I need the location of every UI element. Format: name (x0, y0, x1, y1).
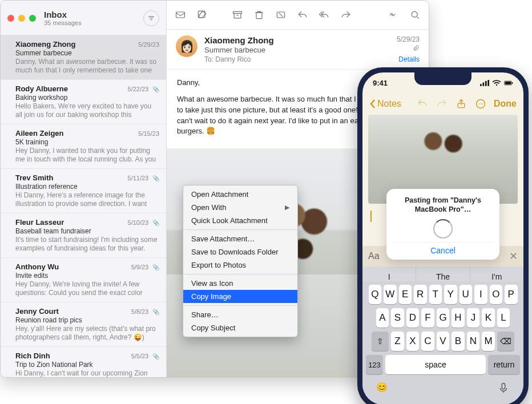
close-window-icon[interactable] (7, 15, 14, 22)
key-f[interactable]: F (421, 308, 434, 328)
key-x[interactable]: X (406, 332, 420, 351)
forward-icon[interactable] (340, 9, 352, 21)
dictation-icon[interactable] (497, 382, 510, 394)
key-d[interactable]: D (406, 308, 420, 328)
key-v[interactable]: V (437, 332, 450, 351)
context-item[interactable]: View as Icon (183, 277, 297, 290)
message-row[interactable]: Rich Dinh5/5/23 📎Trip to Zion National P… (1, 347, 166, 377)
key-l[interactable]: L (497, 308, 510, 328)
context-item[interactable]: Open Attachment (183, 188, 297, 201)
window-controls[interactable] (7, 15, 36, 22)
key-e[interactable]: E (399, 285, 412, 304)
key-i[interactable]: I (474, 285, 487, 304)
message-list[interactable]: Xiaomeng Zhong5/29/23Summer barbecueDann… (1, 35, 166, 377)
context-item[interactable]: Copy Image (183, 290, 297, 303)
key-shift[interactable]: ⇧ (372, 332, 389, 351)
status-time: 9:41 (373, 79, 388, 87)
svg-point-18 (496, 84, 497, 85)
iphone-device: 9:41 Notes Done Pasting from "Danny's Ma… (357, 67, 529, 404)
message-row[interactable]: Jenny Court5/8/23 📎Reunion road trip pic… (1, 302, 166, 347)
message-row[interactable]: Xiaomeng Zhong5/29/23Summer barbecueDann… (1, 35, 166, 80)
key-a[interactable]: A (376, 308, 389, 328)
reply-all-icon[interactable] (319, 9, 330, 21)
key-n[interactable]: N (467, 332, 480, 351)
context-item[interactable]: Quick Look Attachment (183, 214, 297, 227)
key-k[interactable]: K (482, 308, 495, 328)
header-subject: Summer barbecue (204, 46, 390, 54)
junk-icon[interactable] (275, 9, 287, 21)
paste-cancel-button[interactable]: Cancel (392, 242, 494, 255)
key-q[interactable]: Q (369, 285, 382, 304)
more-circle-icon[interactable] (474, 98, 487, 110)
details-link[interactable]: Details (397, 55, 420, 63)
trash-icon[interactable] (253, 9, 265, 21)
key-t[interactable]: T (429, 285, 442, 304)
svg-rect-20 (505, 82, 511, 84)
key-return[interactable]: return (488, 355, 520, 374)
zoom-window-icon[interactable] (29, 15, 36, 22)
message-row[interactable]: Aileen Zeigen5/15/235K trainingHey Danny… (1, 124, 166, 169)
key-space[interactable]: space (385, 355, 486, 374)
reply-icon[interactable] (297, 9, 308, 21)
header-to: To: Danny Rico (204, 55, 390, 63)
message-row[interactable]: Fleur Lasseur5/10/23 📎Baseball team fund… (1, 213, 166, 258)
key-b[interactable]: B (452, 332, 465, 351)
battery-icon (504, 80, 513, 86)
message-header: 👩🏻 Xiaomeng Zhong Summer barbecue To: Da… (167, 30, 429, 70)
svg-line-10 (279, 13, 283, 17)
key-z[interactable]: Z (391, 332, 404, 351)
compose-icon[interactable] (196, 9, 208, 21)
minimize-window-icon[interactable] (18, 15, 25, 22)
more-icon[interactable]: » (388, 9, 399, 21)
key-y[interactable]: Y (444, 285, 457, 304)
done-button[interactable]: Done (494, 99, 517, 109)
notes-toolbar: Notes Done (362, 93, 523, 115)
key-g[interactable]: G (437, 308, 450, 328)
key-w[interactable]: W (384, 285, 397, 304)
message-row[interactable]: Anthony Wu5/9/23 📎Invite editsHey Danny,… (1, 258, 166, 302)
context-item[interactable]: Share… (183, 308, 297, 321)
archive-icon[interactable] (232, 9, 243, 21)
envelope-icon[interactable] (175, 9, 186, 21)
key-h[interactable]: H (452, 308, 465, 328)
key-c[interactable]: C (421, 332, 434, 351)
paste-title: Pasting from "Danny's MacBook Pro"… (392, 196, 494, 215)
emoji-key-icon[interactable]: 😊 (376, 382, 388, 394)
chevron-left-icon (369, 99, 376, 109)
message-row[interactable]: Trev Smith5/11/23 📎Illustration referenc… (1, 169, 166, 213)
search-icon[interactable] (409, 9, 421, 21)
format-aa[interactable]: Aa (368, 251, 380, 261)
key-s[interactable]: S (391, 308, 404, 328)
context-item[interactable]: Save Attachment… (183, 232, 297, 245)
svg-rect-14 (480, 84, 482, 86)
key-j[interactable]: J (467, 308, 480, 328)
context-item[interactable]: Save to Downloads Folder (183, 245, 297, 258)
key-r[interactable]: R (414, 285, 427, 304)
undo-icon[interactable] (416, 98, 429, 110)
share-icon[interactable] (455, 98, 467, 110)
key-delete[interactable]: ⌫ (497, 332, 514, 351)
iphone-screen: 9:41 Notes Done Pasting from "Danny's Ma… (362, 72, 523, 404)
context-item[interactable]: Copy Subject (183, 321, 297, 334)
svg-point-24 (478, 103, 479, 104)
key-o[interactable]: O (490, 285, 503, 304)
spinner-icon (433, 219, 453, 239)
key-123[interactable]: 123 (366, 355, 383, 374)
redo-icon[interactable] (436, 98, 448, 110)
keyboard[interactable]: QWERTYUIOP ASDFGHJKL ⇧ZXCVBNM⌫ 123 space… (362, 281, 523, 404)
key-p[interactable]: P (505, 285, 518, 304)
context-menu[interactable]: Open AttachmentOpen With▶Quick Look Atta… (183, 185, 298, 337)
filter-icon[interactable] (143, 10, 159, 26)
svg-point-25 (480, 103, 481, 104)
key-m[interactable]: M (482, 332, 495, 351)
mailbox-title: Inbox (44, 10, 143, 20)
key-u[interactable]: U (460, 285, 473, 304)
notes-back-button[interactable]: Notes (369, 99, 401, 109)
svg-point-26 (482, 103, 483, 104)
context-item[interactable]: Export to Photos (183, 258, 297, 272)
svg-rect-17 (487, 80, 489, 86)
message-row[interactable]: Rody Albuerne5/22/23 📎Baking workshopHel… (1, 80, 166, 124)
format-close-icon[interactable]: ✕ (509, 250, 518, 262)
context-item[interactable]: Open With▶ (183, 201, 297, 214)
paste-dialog: Pasting from "Danny's MacBook Pro"… Canc… (386, 189, 499, 260)
